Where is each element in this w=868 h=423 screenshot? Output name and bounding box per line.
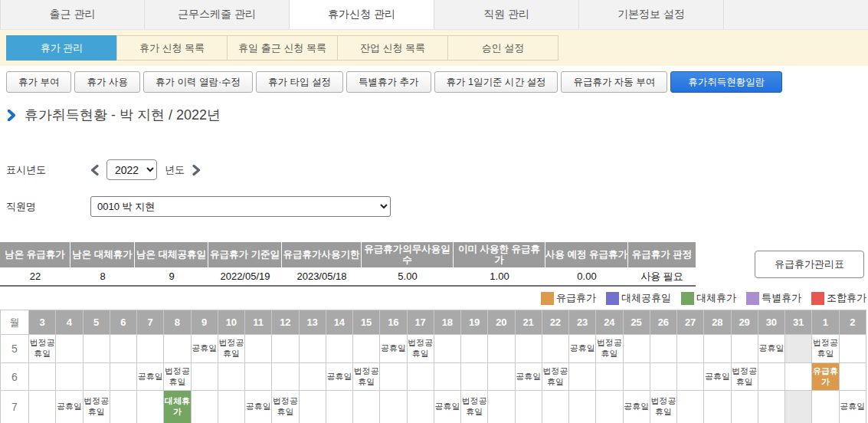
action-button[interactable]: 휴가 부여: [6, 71, 71, 93]
main-tab[interactable]: 출근 관리: [0, 0, 145, 29]
calendar-day-cell: [434, 335, 460, 363]
calendar-day-cell: [839, 335, 866, 363]
summary-value-cell: 2022/05/19: [208, 267, 282, 285]
calendar-day-cell: [353, 391, 380, 423]
sub-tab[interactable]: 휴가 신청 목록: [116, 35, 228, 61]
main-tab-bar: 출근 관리근무스케줄 관리휴가신청 관리직원 관리기본정보 설정: [0, 0, 868, 30]
calendar-day-cell: 공휴일: [758, 335, 784, 363]
calendar-day-header: 18: [434, 310, 460, 335]
year-suffix-label: 년도: [165, 163, 185, 177]
calendar-day-cell: [56, 335, 83, 363]
calendar-day-cell: [83, 335, 110, 363]
calendar-day-cell: 유급휴가: [812, 363, 839, 391]
calendar-day-cell: [110, 391, 136, 423]
calendar-day-cell: 대체휴가: [164, 391, 191, 423]
action-button[interactable]: 휴가 이력 열람·수정: [143, 71, 253, 93]
legend-swatch: [746, 292, 759, 305]
calendar-day-cell: [785, 391, 812, 423]
summary-value-cell: 2023/05/18: [282, 267, 362, 285]
calendar-day-cell: 법정공휴일: [29, 335, 56, 363]
calendar-day-cell: 법정공휴일: [650, 391, 676, 423]
year-filter-row: 표시년도 2022 년도: [6, 159, 868, 180]
employee-select[interactable]: 0010 박 지현: [90, 196, 391, 217]
main-tab[interactable]: 근무스케줄 관리: [145, 0, 290, 29]
calendar-day-header: 15: [353, 310, 380, 335]
calendar-day-cell: [812, 391, 839, 423]
calendar-day-header: 22: [542, 310, 568, 335]
calendar-day-header: 4: [56, 310, 83, 335]
legend-item: 대체공휴일: [606, 291, 671, 305]
summary-value-cell: 22: [0, 267, 70, 285]
calendar-day-cell: [110, 335, 136, 363]
calendar-day-cell: [461, 335, 488, 363]
year-filter-label: 표시년도: [6, 163, 90, 177]
summary-header-cell: 이미 사용한 유급휴가: [454, 242, 545, 267]
legend-item: 특별휴가: [746, 291, 801, 305]
calendar-day-cell: [488, 335, 515, 363]
calendar-day-cell: 법정공휴일: [596, 335, 623, 363]
main-tab[interactable]: 직원 관리: [434, 0, 579, 29]
calendar-day-cell: [164, 335, 191, 363]
calendar-day-cell: [677, 391, 704, 423]
calendar-day-header: 5: [83, 310, 110, 335]
calendar-day-cell: [137, 391, 164, 423]
calendar-day-cell: 공휴일: [623, 391, 650, 423]
leave-summary-table: 남은 유급휴가남은 대체휴가남은 대체공휴일유급휴가 기준일유급휴가사용기한유급…: [0, 242, 696, 287]
action-button[interactable]: 휴가 사용: [74, 71, 139, 93]
calendar-day-cell: [542, 391, 568, 423]
summary-header-cell: 유급휴가 판정: [628, 242, 696, 267]
page-title-row: 휴가취득현황 - 박 지현 / 2022년: [0, 96, 868, 129]
summary-header-cell: 유급휴가의무사용일수: [362, 242, 454, 267]
calendar-day-cell: 법정공휴일: [164, 363, 191, 391]
calendar-day-header: 19: [461, 310, 488, 335]
calendar-day-cell: [785, 335, 812, 363]
paid-leave-management-button[interactable]: 유급휴가관리표: [755, 251, 864, 278]
calendar-day-cell: [272, 335, 299, 363]
summary-header-cell: 남은 유급휴가: [0, 242, 70, 267]
sub-tab[interactable]: 승인 설정: [447, 35, 558, 61]
calendar-day-header: 3: [29, 310, 56, 335]
action-button[interactable]: 휴가 타입 설정: [256, 71, 343, 93]
calendar-day-cell: 공휴일: [137, 363, 164, 391]
prev-year-icon[interactable]: [90, 165, 99, 175]
calendar-day-cell: 법정공휴일: [731, 363, 758, 391]
summary-value-cell: 0.00: [545, 267, 628, 285]
calendar-month-cell: 7: [1, 391, 29, 423]
legend-label: 유급휴가: [556, 291, 596, 305]
next-year-icon[interactable]: [192, 165, 201, 175]
calendar-day-header: 21: [515, 310, 542, 335]
calendar-day-cell: 공휴일: [839, 391, 866, 423]
sub-tab[interactable]: 휴가 관리: [6, 35, 117, 61]
sub-tab[interactable]: 휴일 출근 신청 목록: [227, 35, 338, 61]
calendar-day-cell: [299, 391, 326, 423]
main-tab[interactable]: 휴가신청 관리: [290, 0, 434, 29]
calendar-header-row: 월345678910111213141516171819202122232425…: [1, 310, 866, 335]
calendar-day-cell: [650, 335, 676, 363]
legend-label: 조합휴가: [827, 291, 866, 305]
main-tab[interactable]: 기본정보 설정: [579, 0, 724, 29]
sub-tab[interactable]: 잔업 신청 목록: [337, 35, 448, 61]
calendar-day-cell: 법정공휴일: [542, 363, 568, 391]
calendar-day-cell: [569, 391, 596, 423]
legend-label: 대체공휴일: [621, 291, 671, 305]
year-select[interactable]: 2022: [106, 159, 157, 180]
calendar-day-cell: 법정공휴일: [83, 391, 110, 423]
calendar-day-cell: [29, 363, 56, 391]
calendar-day-cell: 법정공휴일: [407, 335, 434, 363]
calendar-day-cell: [758, 391, 784, 423]
calendar-day-header: 25: [623, 310, 650, 335]
summary-value-cell: 9: [135, 267, 208, 285]
calendar-day-cell: 법정공휴일: [353, 363, 380, 391]
action-button[interactable]: 유급휴가 자동 부여: [561, 71, 667, 93]
action-button[interactable]: 특별휴가 추가: [346, 71, 431, 93]
calendar-day-cell: [434, 363, 460, 391]
summary-header-cell: 사용 예정 유급휴가: [545, 242, 628, 267]
action-button[interactable]: 휴가 1일기준 시간 설정: [434, 71, 558, 93]
calendar-day-cell: [677, 363, 704, 391]
calendar-day-header: 26: [650, 310, 676, 335]
calendar-day-cell: [245, 335, 272, 363]
action-button[interactable]: 휴가취득현황일람: [670, 71, 782, 93]
calendar-day-cell: [380, 363, 407, 391]
summary-header-cell: 남은 대체공휴일: [135, 242, 208, 267]
calendar-day-cell: [110, 363, 136, 391]
